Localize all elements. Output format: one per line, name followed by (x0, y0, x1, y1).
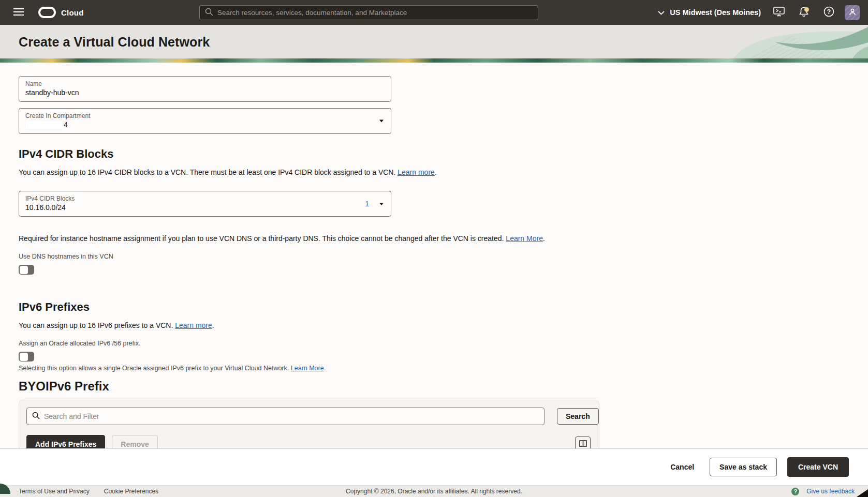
svg-text:?: ? (827, 8, 830, 16)
brand-name: Cloud (61, 8, 84, 17)
hamburger-menu-button[interactable] (8, 2, 29, 23)
ipv4-learn-more-link[interactable]: Learn more (398, 168, 435, 176)
toggle-knob (20, 266, 28, 274)
redacted-text (25, 121, 63, 129)
notification-badge (804, 7, 809, 12)
create-vcn-button[interactable]: Create VCN (787, 457, 849, 477)
ipv6-note: Selecting this option allows a single Or… (19, 365, 849, 372)
dropdown-caret-icon[interactable] (379, 203, 384, 205)
chevron-down-icon (658, 8, 665, 17)
dns-toggle-label: Use DNS hostnames in this VCN (19, 253, 849, 260)
top-navbar: Cloud US Midwest (Des Moines) (0, 0, 868, 25)
hamburger-icon (13, 8, 24, 18)
region-selector[interactable]: US Midwest (Des Moines) (656, 5, 763, 20)
app-root: Cloud US Midwest (Des Moines) (0, 0, 868, 497)
toggle-knob (20, 353, 28, 361)
dropdown-caret-icon[interactable] (379, 120, 384, 123)
feedback-help-icon[interactable]: ? (791, 488, 799, 495)
copyright-text: Copyright © 2026, Oracle and/or its affi… (346, 488, 522, 495)
byoip-search-button[interactable]: Search (557, 408, 599, 425)
ipv6-learn-more-link[interactable]: Learn more (175, 321, 212, 329)
global-search[interactable] (199, 5, 538, 20)
byoip-section-heading: BYOIPv6 Prefix (19, 379, 849, 394)
cidr-count-badge: 1 (365, 200, 369, 208)
create-vcn-form: Name Create In Compartment 4 IPv4 CIDR B… (0, 63, 868, 497)
notifications-button[interactable] (795, 4, 813, 21)
help-icon: ? (823, 6, 834, 19)
region-label: US Midwest (Des Moines) (670, 8, 761, 17)
search-icon (205, 8, 213, 18)
ipv6-prefix-toggle[interactable] (19, 352, 34, 362)
navbar-right: US Midwest (Des Moines) ? (656, 4, 860, 21)
page-footer: Terms of Use and Privacy Cookie Preferen… (0, 485, 868, 497)
ipv6-description: You can assign up to 16 IPv6 prefixes to… (19, 320, 578, 330)
cloud-shell-button[interactable] (770, 4, 788, 21)
cancel-button[interactable]: Cancel (665, 459, 699, 475)
dns-learn-more-link[interactable]: Learn More (506, 234, 543, 243)
ipv4-cidr-value: 10.16.0.0/24 (25, 203, 385, 212)
user-menu-button[interactable] (845, 5, 860, 20)
ipv4-cidr-label: IPv4 CIDR Blocks (25, 194, 385, 203)
name-field-label: Name (25, 80, 385, 88)
compartment-value: 4 (25, 120, 385, 129)
page-title: Create a Virtual Cloud Network (19, 34, 210, 49)
ipv6-section-heading: IPv6 Prefixes (19, 300, 849, 314)
byoip-filter-input[interactable] (44, 412, 539, 420)
filter-search-icon (32, 412, 40, 421)
brand[interactable]: Cloud (38, 7, 84, 18)
decorative-band (0, 58, 868, 63)
name-field[interactable]: Name (19, 76, 391, 102)
cookie-preferences-link[interactable]: Cookie Preferences (104, 488, 158, 495)
header-decoration (697, 25, 868, 58)
give-feedback-link[interactable]: Give us feedback (806, 488, 855, 495)
ipv6-note-learn-more-link[interactable]: Learn More (291, 365, 324, 372)
column-manager-icon (579, 440, 587, 448)
compartment-field[interactable]: Create In Compartment 4 (19, 108, 391, 134)
dns-description: Required for instance hostname assignmen… (19, 233, 578, 244)
compartment-field-label: Create In Compartment (25, 112, 385, 120)
terms-link[interactable]: Terms of Use and Privacy (19, 488, 90, 495)
ipv6-assign-label: Assign an Oracle allocated IPv6 /56 pref… (19, 340, 849, 347)
page-header: Create a Virtual Cloud Network (0, 25, 868, 58)
dns-hostnames-toggle[interactable] (19, 265, 34, 275)
global-search-input[interactable] (217, 9, 533, 17)
user-avatar-icon (848, 8, 857, 18)
byoip-filter-field[interactable] (26, 408, 545, 425)
console-icon (773, 7, 785, 19)
ipv4-cidr-field[interactable]: IPv4 CIDR Blocks 10.16.0.0/24 1 (19, 191, 391, 217)
ipv4-section-heading: IPv4 CIDR Blocks (19, 147, 849, 161)
oracle-logo (38, 7, 56, 18)
save-as-stack-button[interactable]: Save as stack (710, 458, 777, 476)
help-button[interactable]: ? (820, 4, 837, 21)
name-input[interactable] (25, 88, 366, 97)
ipv4-description: You can assign up to 16 IPv4 CIDR blocks… (19, 167, 578, 177)
action-bar: Cancel Save as stack Create VCN (0, 448, 868, 485)
